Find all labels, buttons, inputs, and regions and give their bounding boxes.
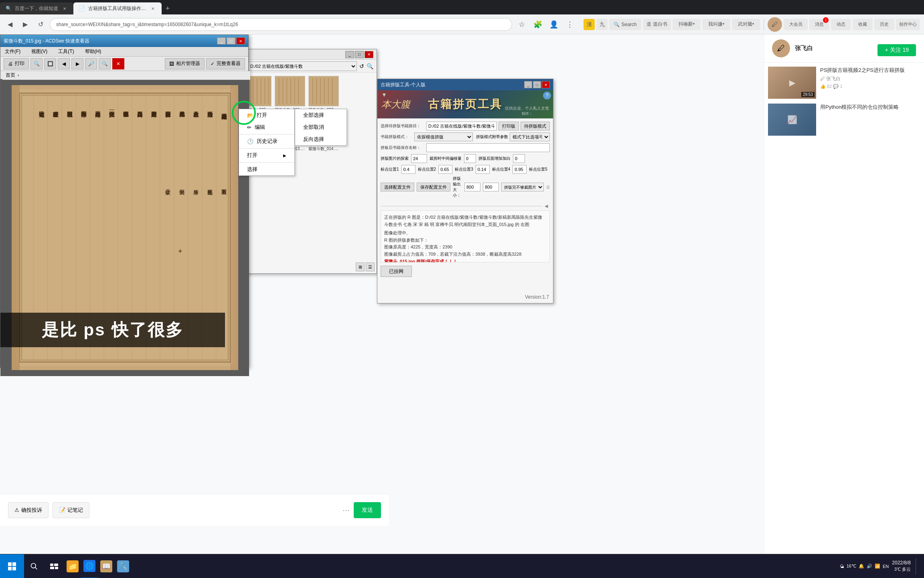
history-btn[interactable]: 历史 [874,19,894,30]
tool-btn-4[interactable]: ▶ [71,58,83,69]
fb-close[interactable]: ✕ [365,51,373,58]
at-close[interactable]: ✕ [542,81,550,88]
add-white-input[interactable] [513,154,525,163]
ext-btn-2[interactable]: 九 [596,19,608,30]
mode-param-select[interactable]: 模式下比选项可用 [510,132,550,141]
url-input[interactable]: share_source=WEIXIN&share_tag=s_i&timest… [50,18,512,31]
collapse-divider[interactable]: ◀ [377,204,553,209]
ctx-select-all[interactable]: 全部选择 [295,109,346,121]
start-button[interactable] [0,554,24,578]
profile-button[interactable]: 👤 [547,18,560,31]
lang-indicator[interactable]: EN [883,564,889,569]
maximize-button[interactable]: □ [227,37,235,45]
tool-btn-3[interactable]: ◀ [58,58,70,69]
menu-file[interactable]: 文件(F) [2,47,23,56]
weather-icon[interactable]: 🌤 [840,564,844,569]
menu-tools[interactable]: 工具(T) [56,47,76,56]
new-tab-button[interactable]: + [162,2,174,14]
select-config-btn[interactable]: 选择配置文件 [381,183,414,191]
ext-btn-4[interactable]: 抖咻辭• [673,19,701,30]
nav-label[interactable]: 首页 [6,72,15,79]
browser-tab-active[interactable]: 📄 古籍拼版工具试用版操作示... ✕ [73,2,162,14]
collection-btn[interactable]: 收藏 [853,19,873,30]
tool-btn-1[interactable]: 🔍 [30,58,43,69]
save-config-btn[interactable]: 保存配置文件 [417,183,450,191]
settings-button[interactable]: ⋮ [563,18,576,31]
browser-tab-baidu[interactable]: 🔍 百度一下，你就知道 ✕ [0,2,73,14]
create-btn[interactable]: 创作中心 [896,19,920,30]
arrange-mode-btn[interactable]: 待拼版模式 [521,122,550,130]
thumb-item-2[interactable]: 紫微斗数_007.jpg [308,76,340,113]
fb-path-select[interactable]: D:/02 古籍在线版/紫微斗数 [247,61,357,71]
ctx-edit[interactable]: ✏ 编辑 [239,121,294,133]
extensions-button[interactable]: 🧩 [531,18,544,31]
output-w-input[interactable] [464,183,480,191]
taskbar-task-view[interactable] [44,554,64,578]
ext-btn-1[interactable]: 漢 [584,19,595,30]
album-manager-button[interactable]: 🖼 相片管理器 [165,58,205,69]
mode-select[interactable]: 依探模值拼版 [414,132,473,141]
crop-height-input[interactable] [411,154,427,163]
menu-help[interactable]: 帮助(H) [83,47,104,56]
taskbar-app3[interactable]: 📖 [98,554,115,578]
ctx-invert-select[interactable]: 反向选择 [295,133,346,145]
fb-search-icon[interactable]: 🔍 [367,63,373,69]
ctx-select[interactable]: 选择 [239,163,294,175]
at-maximize[interactable]: □ [533,81,541,88]
search-ext-btn[interactable]: 🔍 Search [609,19,641,30]
delete-btn[interactable]: ✕ [112,58,124,69]
ctx-history[interactable]: 🕐 历史记录 [239,135,294,147]
mid-shift-input[interactable] [464,154,476,163]
messages-btn[interactable]: 消息 1 [809,19,829,30]
path-input[interactable] [426,122,497,130]
zoom-out-btn[interactable]: 🔍 [99,58,111,69]
ctx-open[interactable]: 📂 打开 [239,109,294,121]
related-video-1[interactable]: ▶ 29:53 PS拼版古籍视频2之PS进行古籍拼版 🖊 张飞白 👍 82 💬 … [768,67,920,99]
ctx-open2[interactable]: 打开 ▶ [239,149,294,161]
tab-close-baidu[interactable]: ✕ [61,5,68,12]
mark2-input[interactable] [438,165,452,174]
taskbar-browser[interactable]: 🌐 [81,554,98,578]
minimize-button[interactable]: _ [217,37,226,45]
taskbar-search[interactable] [24,554,44,578]
related-video-2[interactable]: 📈 用Python模拟不同的仓位控制策略 [768,104,920,136]
taskbar-app4[interactable]: 🔧 [115,554,132,578]
zoom-in-btn[interactable]: 🔎 [85,58,97,69]
thumb-item-1[interactable]: 紫微斗数_006.jpg [274,76,306,113]
report-button[interactable]: ⚠ 确投投诉 [8,502,49,518]
network-icon[interactable]: 📶 [875,564,880,569]
tool-collapse-btn[interactable]: ▼ [381,92,387,98]
taskbar-explorer[interactable]: 📁 [64,554,81,578]
conference-btn[interactable]: 大会员 [784,19,808,30]
help-button[interactable]: ? [543,92,551,100]
taskbar-clock[interactable]: 2022/8/8 3℃ 多云 [892,560,911,572]
bookmark-button[interactable]: ☆ [515,18,528,31]
note-button[interactable]: 📝 记笔记 [53,502,89,518]
fb-maximize[interactable]: □ [355,51,364,58]
mark3-input[interactable] [476,165,490,174]
close-button[interactable]: ✕ [236,37,245,45]
forward-button[interactable]: ▶ [19,18,31,31]
print-mode-btn[interactable]: 打印版 [498,122,519,130]
dynamics-btn[interactable]: 动态 [831,19,851,30]
follow-button[interactable]: + 关注 19 [877,44,916,56]
done-button[interactable]: 已挂网 [381,266,412,277]
complete-viewer-button[interactable]: ✓ 完整查看器 [206,58,245,69]
at-minimize[interactable]: _ [524,81,532,88]
grid-view-btn[interactable]: ⊞ [356,263,365,271]
refresh-button[interactable]: ↺ [34,18,47,31]
ext-btn-6[interactable]: 武对騰• [732,19,760,30]
output-h-input[interactable] [483,183,499,191]
mark4-input[interactable] [513,165,527,174]
show-desktop-btn[interactable] [916,558,918,574]
tab-close-active[interactable]: ✕ [150,5,156,12]
ext-btn-5[interactable]: 我叫嫌• [702,19,730,30]
list-view-btn[interactable]: ☰ [366,263,375,271]
fb-refresh[interactable]: ↺ [359,63,364,69]
back-button[interactable]: ◀ [4,18,16,31]
incomplete-select[interactable]: 拼版完不够裁图片 [501,183,544,191]
print-button[interactable]: 🖨 打印 [4,58,29,69]
more-icon[interactable]: ⋯ [342,506,350,515]
send-button[interactable]: 发送 [354,502,381,518]
tool-btn-2[interactable]: 🔲 [44,58,56,69]
